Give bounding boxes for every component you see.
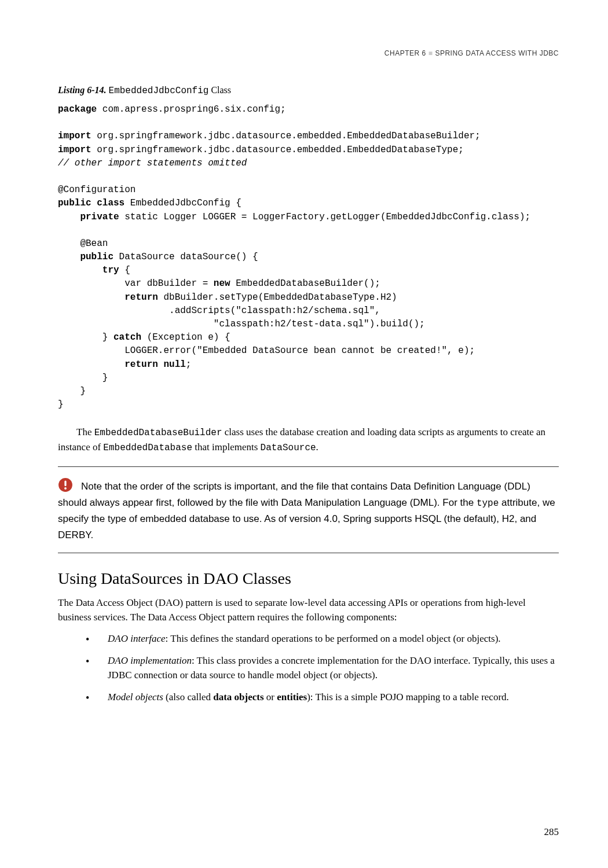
chapter-title: SPRING DATA ACCESS WITH JDBC — [435, 49, 559, 57]
page-header: CHAPTER 6■SPRING DATA ACCESS WITH JDBC — [58, 49, 559, 57]
listing-class: EmbeddedJdbcConfig — [109, 86, 209, 96]
dao-list: DAO interface: This defines the standard… — [86, 632, 559, 705]
list-item: Model objects (also called data objects … — [86, 690, 559, 705]
divider-top — [58, 466, 559, 467]
list-item: DAO implementation: This class provides … — [86, 654, 559, 682]
svg-point-2 — [64, 487, 67, 490]
warning-icon — [58, 477, 73, 492]
body-paragraph-1: The EmbeddedDatabaseBuilder class uses t… — [58, 425, 559, 454]
listing-caption: Listing 6-14. EmbeddedJdbcConfig Class — [58, 85, 559, 96]
page-number: 285 — [544, 826, 559, 838]
chapter-label: CHAPTER 6 — [384, 49, 426, 57]
section-heading: Using DataSources in DAO Classes — [58, 569, 559, 588]
listing-number: Listing 6-14. — [58, 85, 107, 95]
divider-bottom — [58, 553, 559, 553]
section-intro: The Data Access Object (DAO) pattern is … — [58, 596, 559, 624]
note-block: Note that the order of the scripts is im… — [58, 479, 559, 544]
svg-rect-1 — [64, 481, 66, 487]
list-item: DAO interface: This defines the standard… — [86, 632, 559, 646]
code-listing: package com.apress.prospring6.six.config… — [58, 103, 559, 411]
listing-suffix: Class — [211, 85, 231, 95]
header-separator: ■ — [428, 49, 433, 57]
